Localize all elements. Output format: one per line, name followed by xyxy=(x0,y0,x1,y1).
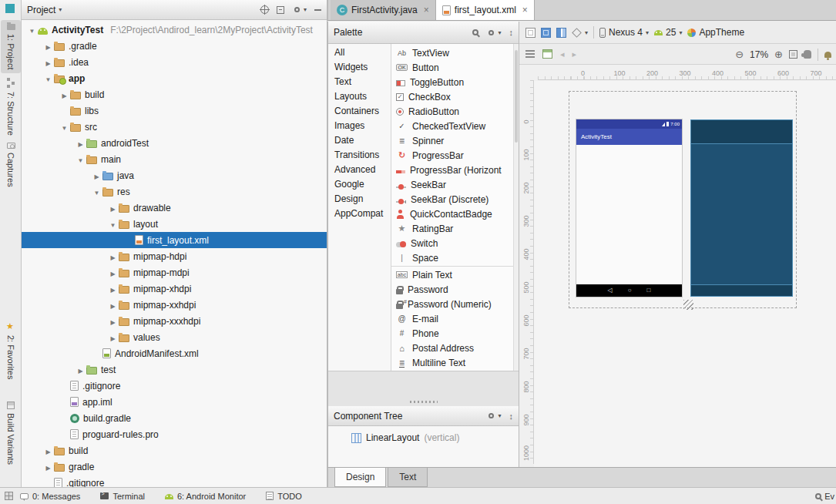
notifications-icon[interactable] xyxy=(824,52,831,58)
palette-category-all[interactable]: All xyxy=(328,45,391,60)
previous-icon[interactable] xyxy=(560,49,565,59)
zoom-fit-icon[interactable] xyxy=(789,50,797,59)
collapse-all-icon[interactable] xyxy=(277,6,284,14)
palette-item-password[interactable]: Password xyxy=(391,282,519,297)
tree-item-build[interactable]: build xyxy=(22,442,327,459)
menu-icon[interactable] xyxy=(525,50,535,58)
collapse-arrow-icon[interactable] xyxy=(59,122,70,133)
palette-item-ratingbar[interactable]: RatingBar xyxy=(391,221,519,236)
tree-item-activitytest[interactable]: ActivityTestF:\2Project\Andirod_learn\2M… xyxy=(22,22,327,38)
project-settings-button[interactable] xyxy=(292,5,307,15)
locate-file-icon[interactable] xyxy=(260,5,269,14)
design-canvas[interactable]: 7:00 ActivityTest xyxy=(534,81,836,467)
blueprint-preview[interactable] xyxy=(690,119,793,297)
tree-item-first-layout-xml[interactable]: first_layout.xml xyxy=(22,232,327,248)
palette-item-password-numeric[interactable]: Password (Numeric) xyxy=(391,297,519,311)
palette-item-space[interactable]: Space xyxy=(391,250,519,265)
tree-item-proguard-rules-pro[interactable]: proguard-rules.pro xyxy=(22,426,327,442)
palette-item-checkedtextview[interactable]: CheckedTextView xyxy=(391,119,519,133)
expand-arrow-icon[interactable] xyxy=(107,332,119,343)
tree-item-gitignore[interactable]: .gitignore xyxy=(22,475,327,487)
palette-item-textview[interactable]: TextView xyxy=(391,45,519,60)
collapse-arrow-icon[interactable] xyxy=(75,154,86,165)
tree-item-res[interactable]: res xyxy=(22,183,327,200)
tool-tab-1-project[interactable]: 1: Project xyxy=(1,20,21,73)
palette-settings-button[interactable] xyxy=(486,28,501,38)
editor-tab-first-layout-xml[interactable]: first_layout.xml× xyxy=(436,0,535,20)
expand-arrow-icon[interactable] xyxy=(59,89,70,100)
sort-icon[interactable] xyxy=(509,27,514,38)
pan-icon[interactable] xyxy=(804,50,811,59)
expand-arrow-icon[interactable] xyxy=(107,267,119,278)
palette-category-images[interactable]: Images xyxy=(328,119,391,133)
tree-item-java[interactable]: java xyxy=(22,167,327,183)
statusbar-terminal[interactable]: Terminal xyxy=(100,492,145,501)
expand-arrow-icon[interactable] xyxy=(91,170,102,181)
tree-item-src[interactable]: src xyxy=(22,119,327,135)
zoom-out-icon[interactable] xyxy=(735,49,744,60)
expand-arrow-icon[interactable] xyxy=(75,138,86,149)
palette-item-radiobutton[interactable]: RadioButton xyxy=(391,104,519,119)
palette-item-spinner[interactable]: Spinner xyxy=(391,133,519,148)
palette-category-date[interactable]: Date xyxy=(328,133,391,148)
tree-item-gradle[interactable]: gradle xyxy=(22,459,327,475)
tab-close-icon[interactable]: × xyxy=(424,5,429,15)
search-icon[interactable] xyxy=(472,29,478,35)
collapse-arrow-icon[interactable] xyxy=(42,73,54,84)
tree-item-mipmap-mdpi[interactable]: mipmap-mdpi xyxy=(22,264,327,281)
palette-category-widgets[interactable]: Widgets xyxy=(328,60,391,75)
ui-mode-selector[interactable] xyxy=(572,29,588,36)
tree-item-drawable[interactable]: drawable xyxy=(22,200,327,216)
expand-arrow-icon[interactable] xyxy=(107,300,119,311)
palette-item-postal-address[interactable]: Postal Address xyxy=(391,341,519,355)
expand-arrow-icon[interactable] xyxy=(75,365,86,375)
palette-item-checkbox[interactable]: CheckBox xyxy=(391,89,519,104)
palette-item-seekbar[interactable]: SeekBar xyxy=(391,177,519,192)
device-selector[interactable]: Nexus 4 xyxy=(599,27,649,38)
expand-arrow-icon[interactable] xyxy=(42,445,54,456)
tree-item-app-iml[interactable]: app.iml xyxy=(22,394,327,410)
palette-category-design[interactable]: Design xyxy=(328,192,391,207)
expand-arrow-icon[interactable] xyxy=(107,251,119,262)
palette-category-layouts[interactable]: Layouts xyxy=(328,89,391,104)
splitter-grip[interactable] xyxy=(410,401,438,403)
tool-tab-captures[interactable]: Captures xyxy=(1,139,21,191)
tool-tab-7-structure[interactable]: 7: Structure xyxy=(1,74,21,139)
collapse-arrow-icon[interactable] xyxy=(107,219,119,230)
palette-category-transitions[interactable]: Transitions xyxy=(328,148,391,163)
canvas-resize-handle[interactable] xyxy=(683,300,693,310)
tab-close-icon[interactable]: × xyxy=(522,5,528,15)
statusbar-0-messages[interactable]: 0: Messages xyxy=(20,492,80,501)
palette-item-button[interactable]: Button xyxy=(391,60,519,75)
statusbar-todo[interactable]: TODO xyxy=(266,492,302,501)
event-log-button[interactable]: Ev xyxy=(815,492,834,501)
palette-item-plain-text[interactable]: Plain Text xyxy=(391,267,519,282)
preview-content-area[interactable] xyxy=(576,145,682,284)
tree-item-androidmanifest-xml[interactable]: AndroidManifest.xml xyxy=(22,345,327,361)
orientation-icon[interactable] xyxy=(556,28,566,38)
collapse-arrow-icon[interactable] xyxy=(91,186,102,197)
tree-item-mipmap-xxxhdpi[interactable]: mipmap-xxxhdpi xyxy=(22,313,327,329)
palette-category-advanced[interactable]: Advanced xyxy=(328,163,391,177)
tree-item-libs[interactable]: libs xyxy=(22,102,327,119)
collapse-arrow-icon[interactable] xyxy=(26,25,38,35)
tree-item-main[interactable]: main xyxy=(22,151,327,167)
editor-mode-tab-design[interactable]: Design xyxy=(334,468,386,487)
tree-item-mipmap-xhdpi[interactable]: mipmap-xhdpi xyxy=(22,281,327,297)
sort-icon[interactable] xyxy=(509,411,514,422)
tree-item-layout[interactable]: layout xyxy=(22,216,327,232)
tree-item-gitignore[interactable]: .gitignore xyxy=(22,378,327,394)
expand-arrow-icon[interactable] xyxy=(107,203,119,213)
tree-item-values[interactable]: values xyxy=(22,329,327,345)
expand-arrow-icon[interactable] xyxy=(107,316,119,327)
palette-item-multiline-text[interactable]: Multiline Text xyxy=(391,355,519,370)
tree-item-gradle[interactable]: .gradle xyxy=(22,38,327,54)
theme-selector[interactable]: AppTheme xyxy=(687,27,744,38)
palette-item-quickcontactbadge[interactable]: QuickContactBadge xyxy=(391,207,519,221)
palette-item-switch[interactable]: Switch xyxy=(391,236,519,250)
tree-item-build[interactable]: build xyxy=(22,86,327,102)
next-icon[interactable] xyxy=(572,49,577,59)
palette-item-togglebutton[interactable]: ToggleButton xyxy=(391,75,519,89)
show-design-icon[interactable] xyxy=(525,28,536,38)
component-tree-settings-button[interactable] xyxy=(486,411,501,421)
